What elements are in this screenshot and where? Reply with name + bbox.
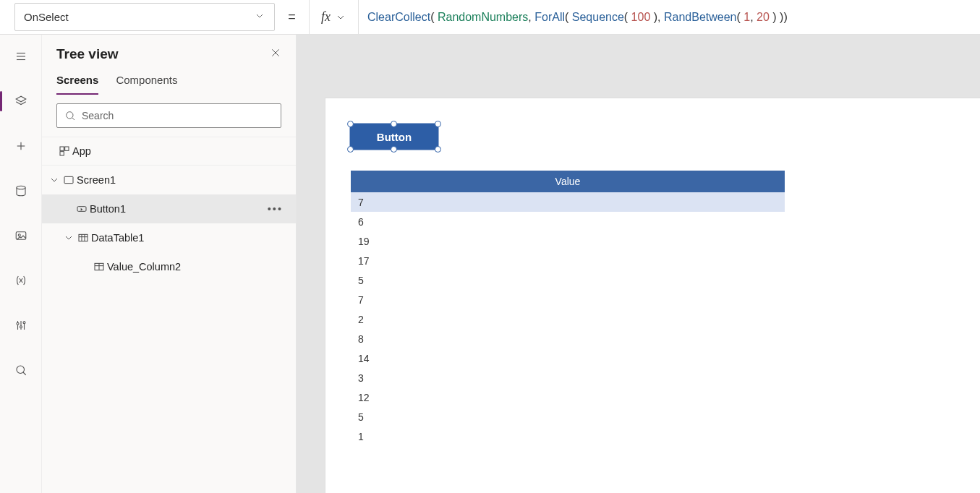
screen-canvas[interactable]: Button Value 76191757281431251 <box>325 98 980 493</box>
fx-icon: fx <box>321 9 331 25</box>
datatable-row[interactable]: 19 <box>351 231 785 251</box>
button-icon <box>74 203 90 215</box>
datatable-row[interactable]: 7 <box>351 290 785 309</box>
svg-line-22 <box>72 118 74 120</box>
close-icon[interactable] <box>270 47 281 61</box>
fx-expand-button[interactable]: fx <box>310 0 359 34</box>
app-icon <box>56 145 72 157</box>
canvas-button-label: Button <box>377 131 412 143</box>
search-icon <box>64 110 76 121</box>
datatable-row[interactable]: 1 <box>351 426 785 446</box>
datatable-row[interactable]: 8 <box>351 329 785 348</box>
svg-rect-24 <box>65 147 69 150</box>
chevron-down-icon[interactable] <box>62 232 75 244</box>
tree-view-icon[interactable] <box>0 87 41 116</box>
tree-view-tabs: Screens Components <box>42 68 296 95</box>
canvas-button-control[interactable]: Button <box>351 124 438 149</box>
property-selector-value: OnSelect <box>24 11 69 23</box>
svg-point-16 <box>23 322 25 324</box>
advanced-tools-icon[interactable] <box>0 311 41 340</box>
svg-marker-3 <box>16 96 26 102</box>
column-icon <box>91 261 107 273</box>
datatable-row[interactable]: 5 <box>351 270 785 290</box>
datatable-row[interactable]: 12 <box>351 387 785 407</box>
formula-token: ) )) <box>770 11 788 24</box>
tree-node-value-column[interactable]: Value_Column2 <box>42 252 296 281</box>
search-placeholder: Search <box>82 110 114 121</box>
formula-token: RandomNumbers <box>438 11 528 24</box>
formula-input[interactable]: ClearCollect( RandomNumbers, ForAll( Seq… <box>359 0 980 34</box>
tree-node-label: App <box>72 145 287 157</box>
more-icon[interactable]: ••• <box>268 203 287 215</box>
tree-list: App Screen1 Button1 ••• <box>42 137 296 493</box>
tree-view-title: Tree view <box>56 46 119 62</box>
table-icon <box>75 232 91 244</box>
datatable-header[interactable]: Value <box>351 171 785 192</box>
data-icon[interactable] <box>0 176 41 205</box>
formula-token: ), <box>650 11 664 24</box>
tree-node-label: Button1 <box>90 203 268 215</box>
equals-label: = <box>275 0 310 34</box>
svg-point-15 <box>20 326 22 328</box>
search-icon[interactable] <box>0 356 41 385</box>
formula-token: 20 <box>757 11 770 24</box>
formula-token: 100 <box>631 11 651 24</box>
search-input[interactable]: Search <box>56 103 281 128</box>
hamburger-icon[interactable] <box>0 42 41 71</box>
tree-node-label: DataTable1 <box>91 232 287 244</box>
tree-node-screen1[interactable]: Screen1 <box>42 166 296 194</box>
svg-point-17 <box>17 366 25 374</box>
datatable-row[interactable]: 3 <box>351 368 785 387</box>
left-rail <box>0 35 42 493</box>
tree-node-app[interactable]: App <box>42 137 296 166</box>
canvas-datatable[interactable]: Value 76191757281431251 <box>351 171 785 446</box>
svg-rect-26 <box>64 176 73 183</box>
tree-node-button1[interactable]: Button1 ••• <box>42 194 296 223</box>
tree-node-datatable1[interactable]: DataTable1 <box>42 223 296 252</box>
formula-token: ( <box>737 11 744 24</box>
svg-rect-25 <box>60 152 64 155</box>
tree-node-label: Value_Column2 <box>107 261 287 273</box>
tree-view-header: Tree view <box>42 35 296 68</box>
svg-point-6 <box>17 186 25 189</box>
formula-token: 1 <box>743 11 750 24</box>
formula-bar: OnSelect = fx ClearCollect( RandomNumber… <box>0 0 980 35</box>
tree-view-panel: Tree view Screens Components Search App <box>42 35 297 493</box>
chevron-down-icon <box>335 12 346 23</box>
formula-token: ( <box>624 11 631 24</box>
svg-point-14 <box>17 322 19 325</box>
datatable-row[interactable]: 2 <box>351 309 785 329</box>
svg-point-8 <box>18 234 20 236</box>
canvas-area[interactable]: Button Value 76191757281431251 <box>297 35 980 493</box>
chevron-down-icon <box>254 10 265 24</box>
formula-token: , <box>750 11 757 24</box>
svg-line-18 <box>23 372 26 375</box>
screen-icon <box>61 174 77 186</box>
formula-token: ClearCollect <box>367 11 430 24</box>
svg-point-21 <box>67 112 73 119</box>
svg-rect-28 <box>79 234 88 241</box>
datatable-row[interactable]: 6 <box>351 212 785 231</box>
chevron-down-icon[interactable] <box>48 174 61 186</box>
tab-screens[interactable]: Screens <box>56 68 98 95</box>
formula-token: Sequence <box>572 11 624 24</box>
tab-components[interactable]: Components <box>116 68 177 95</box>
formula-token: RandBetween <box>664 11 737 24</box>
insert-icon[interactable] <box>0 132 41 160</box>
datatable-row[interactable]: 5 <box>351 407 785 426</box>
property-selector[interactable]: OnSelect <box>14 3 275 31</box>
variables-icon[interactable] <box>0 266 41 295</box>
tree-node-label: Screen1 <box>77 174 287 186</box>
datatable-row[interactable]: 17 <box>351 251 785 270</box>
formula-token: ( <box>565 11 572 24</box>
formula-token: ForAll <box>534 11 565 24</box>
svg-rect-23 <box>60 147 64 150</box>
datatable-row[interactable]: 14 <box>351 348 785 368</box>
formula-token: ( <box>430 11 438 24</box>
main: Tree view Screens Components Search App <box>0 35 980 493</box>
datatable-row[interactable]: 7 <box>351 192 785 212</box>
media-icon[interactable] <box>0 221 41 250</box>
formula-token: , <box>528 11 534 24</box>
